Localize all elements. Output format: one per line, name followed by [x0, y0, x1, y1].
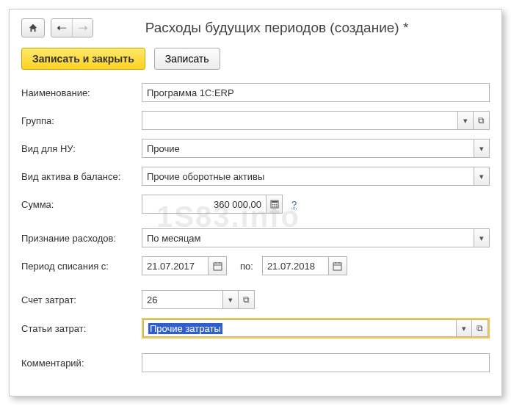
svg-point-2 [272, 204, 273, 206]
form-window: 1S83.info 🠐 🠒 Расходы будущих периодов (… [9, 9, 502, 397]
name-input[interactable] [142, 83, 490, 102]
calendar-icon [333, 261, 342, 271]
calculator-icon [270, 200, 279, 209]
recognition-input[interactable] [142, 228, 474, 247]
period-to-calendar-button[interactable] [328, 256, 347, 275]
label-tax-kind: Вид для НУ: [21, 143, 142, 154]
expense-item-dropdown-button[interactable] [456, 319, 472, 337]
period-from-input[interactable] [142, 256, 208, 275]
asset-kind-input[interactable] [142, 167, 474, 186]
command-bar: Записать и закрыть Записать [21, 48, 490, 70]
group-open-button[interactable] [474, 111, 490, 130]
expense-account-dropdown-button[interactable] [222, 290, 239, 309]
expense-account-open-button[interactable] [239, 290, 255, 309]
expense-account-input[interactable] [142, 290, 222, 309]
period-to-input[interactable] [262, 256, 328, 275]
group-dropdown-button[interactable] [457, 111, 474, 130]
amount-help-link[interactable]: ? [291, 199, 297, 210]
amount-input[interactable] [142, 195, 267, 214]
svg-point-6 [274, 206, 275, 207]
save-and-close-button[interactable]: Записать и закрыть [21, 48, 145, 70]
svg-rect-8 [214, 263, 222, 270]
recognition-dropdown-button[interactable] [474, 228, 490, 247]
expense-item-input[interactable]: Прочие затраты [143, 319, 456, 337]
svg-point-5 [272, 206, 273, 207]
label-recognition: Признание расходов: [21, 233, 142, 244]
period-from-calendar-button[interactable] [208, 256, 227, 275]
comment-input[interactable] [142, 353, 490, 372]
tax-kind-input[interactable] [142, 139, 474, 158]
calendar-icon [213, 261, 222, 271]
label-comment: Комментарий: [21, 358, 142, 369]
topbar: 🠐 🠒 Расходы будущих периодов (создание) … [21, 18, 490, 37]
home-icon [28, 23, 38, 33]
svg-point-7 [275, 206, 277, 207]
nav-back-button[interactable]: 🠐 [51, 19, 72, 37]
svg-rect-12 [333, 263, 341, 270]
label-asset-kind: Вид актива в балансе: [21, 171, 142, 182]
label-group: Группа: [21, 115, 142, 126]
label-period-to: по: [240, 261, 253, 272]
svg-point-3 [274, 204, 275, 206]
label-name: Наименование: [21, 87, 142, 98]
label-expense-account: Счет затрат: [21, 294, 142, 305]
save-button[interactable]: Записать [154, 48, 220, 70]
label-period-from: Период списания с: [21, 261, 142, 272]
expense-item-selected-text: Прочие затраты [148, 323, 222, 334]
expense-item-active-field: Прочие затраты [142, 318, 490, 338]
group-input[interactable] [142, 111, 457, 130]
label-amount: Сумма: [21, 199, 142, 210]
nav-forward-button: 🠒 [72, 19, 93, 37]
asset-kind-dropdown-button[interactable] [474, 167, 490, 186]
home-button[interactable] [21, 18, 45, 37]
page-title: Расходы будущих периодов (создание) * [93, 20, 490, 36]
expense-item-open-button[interactable] [472, 319, 488, 337]
svg-rect-1 [272, 201, 278, 203]
calculator-button[interactable] [267, 195, 283, 214]
tax-kind-dropdown-button[interactable] [474, 139, 490, 158]
svg-point-4 [275, 204, 277, 206]
nav-back-forward: 🠐 🠒 [51, 18, 93, 37]
label-expense-item: Статьи затрат: [21, 323, 142, 334]
